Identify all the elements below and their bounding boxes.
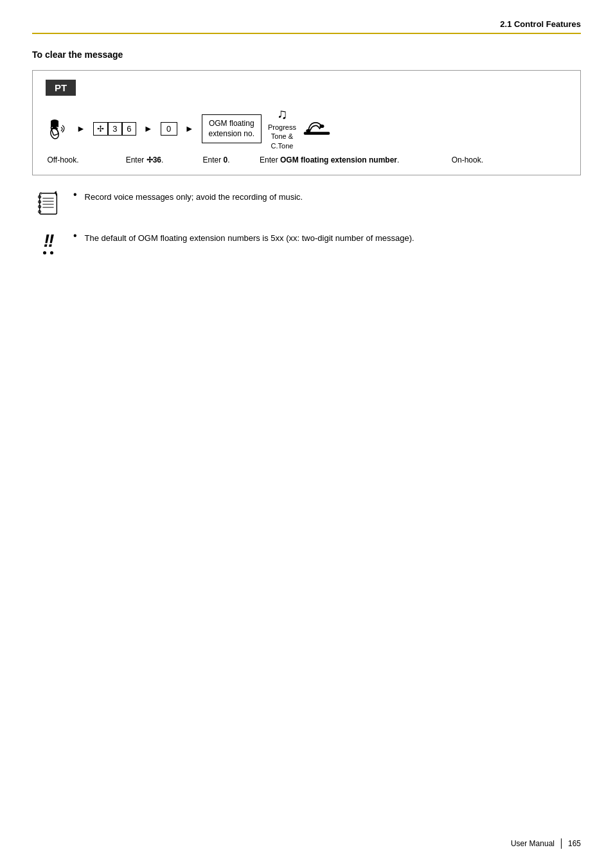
progress-tone-icon: ♫ Progress Tone & C.Tone [268, 107, 296, 150]
label-offhook: Off-hook. [47, 155, 79, 164]
section-heading: To clear the message [32, 49, 581, 60]
onhook-phone-icon [303, 117, 331, 140]
label-progress [405, 155, 444, 164]
note-2-block: !! • The default of OGM floating extensi… [32, 231, 581, 254]
svg-point-6 [319, 125, 324, 128]
exclaim-dot-1 [43, 251, 46, 254]
arrow-1: ► [76, 123, 85, 134]
bullet-2: • [73, 231, 77, 241]
progress-label: Progress Tone & C.Tone [268, 123, 296, 150]
exclamation-icon: !! [32, 232, 64, 254]
pt-label: PT [46, 80, 76, 96]
exclaim-dot-2 [50, 251, 53, 254]
note-2-text: The default of OGM floating extension nu… [85, 231, 414, 245]
page-container: 2.1 Control Features To clear the messag… [0, 0, 613, 868]
key-star: ✢ [93, 122, 108, 136]
svg-point-5 [306, 129, 310, 132]
svg-point-18 [40, 192, 42, 195]
arrow-2: ► [144, 123, 153, 134]
ogm-line1: OGM floating [209, 118, 254, 129]
diagram-box: PT ► [32, 70, 581, 175]
exclaim-marks: !! [44, 232, 53, 250]
page-footer: User Manual 165 [511, 838, 581, 849]
label-enter36: Enter ✢36. [121, 155, 168, 164]
ogm-box: OGM floating extension no. [202, 114, 262, 144]
offhook-phone-icon [46, 117, 69, 140]
key-zero: 0 [161, 122, 177, 136]
notebook-icon [32, 191, 64, 218]
footer-divider [561, 838, 562, 849]
note-1-text: Record voice messages only; avoid the re… [85, 190, 303, 204]
exclaim-dots [43, 251, 53, 254]
key-6: 6 [122, 122, 136, 136]
svg-rect-7 [40, 193, 57, 214]
key-box-star36: ✢ 3 6 [93, 122, 136, 136]
label-enter0: Enter 0. [199, 155, 234, 164]
music-note-icon: ♫ [277, 107, 288, 121]
note-1-block: • Record voice messages only; avoid the … [32, 190, 581, 218]
note-1-content: • Record voice messages only; avoid the … [73, 190, 303, 204]
diagram-icons-row: ► ✢ 3 6 ► 0 ► OGM floating extension no.… [46, 107, 567, 150]
label-onhook: On-hook. [450, 155, 484, 164]
bullet-1: • [73, 190, 77, 200]
diagram-labels-row: Off-hook. Enter ✢36. Enter 0. Enter OGM … [46, 155, 567, 164]
footer-page: 165 [568, 839, 581, 848]
page-header: 2.1 Control Features [32, 19, 581, 34]
ogm-line2: extension no. [209, 128, 254, 139]
label-enterogm: Enter OGM floating extension number. [260, 155, 399, 164]
note-2-content: • The default of OGM floating extension … [73, 231, 414, 245]
key-3: 3 [108, 122, 122, 136]
footer-label: User Manual [511, 839, 555, 848]
arrow-3: ► [185, 123, 194, 134]
section-title: 2.1 Control Features [500, 19, 581, 29]
svg-rect-3 [51, 128, 58, 129]
